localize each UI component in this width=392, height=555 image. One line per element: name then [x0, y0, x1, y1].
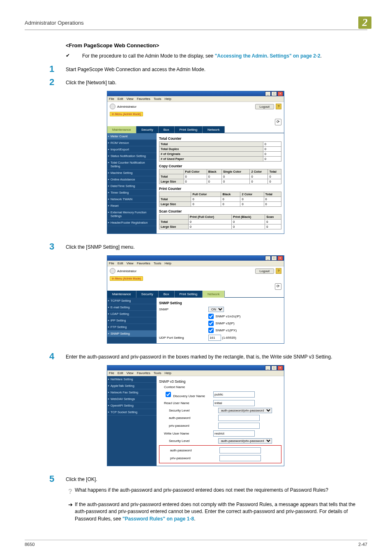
window-minimize-icon[interactable]: _ [265, 256, 271, 261]
tab-maintenance[interactable]: Maintenance [107, 291, 136, 298]
window-close-icon[interactable]: × [277, 365, 283, 370]
cb-label: SNMP v3(IP) [215, 321, 235, 325]
menu-favorites[interactable]: Favorites [137, 97, 150, 101]
auth-pw-label: auth-password [159, 416, 218, 420]
discovery-input[interactable] [213, 391, 255, 398]
step-text: Click the [Network] tab. [66, 78, 367, 86]
sidebar-item[interactable]: TCP Socket Setting [107, 409, 157, 416]
sidebar-item[interactable]: Date/Time Setting [107, 183, 157, 190]
sidebar-item[interactable]: Status Notification Setting [107, 153, 157, 160]
sidebar-item[interactable]: Meter Count [107, 133, 157, 140]
sidebar-item[interactable]: AppleTalk Setting [107, 383, 157, 389]
menu-file[interactable]: File [109, 261, 114, 265]
sidebar-item[interactable]: Total Counter Notification Setting [107, 160, 157, 170]
writeuser-input[interactable] [213, 430, 255, 437]
write-priv-pw-input[interactable] [219, 455, 261, 461]
tab-box[interactable]: Box [159, 291, 175, 298]
read-priv-pw-input[interactable] [218, 423, 260, 429]
window-close-icon[interactable]: × [277, 91, 283, 96]
menu-help[interactable]: Help [164, 261, 171, 265]
sidebar-item[interactable]: IPP Setting [107, 317, 157, 324]
menu-view[interactable]: View [127, 371, 134, 375]
menu-tools[interactable]: Tools [154, 371, 161, 375]
sidebar-item[interactable]: E-mail Setting [107, 304, 157, 311]
admin-label: Administrator [117, 269, 136, 273]
qa-answer-link[interactable]: "Password Rules" on page 1-8 [122, 516, 194, 522]
menu-tools[interactable]: Tools [154, 261, 161, 265]
tab-print[interactable]: Print Setting [175, 126, 203, 133]
window-close-icon[interactable]: × [277, 256, 283, 261]
help-icon[interactable]: ? [276, 104, 281, 109]
help-icon[interactable]: ? [276, 268, 281, 274]
sidebar-item[interactable]: External Memory Function Settings [107, 209, 157, 220]
tab-maintenance[interactable]: Maintenance [107, 126, 136, 133]
write-auth-pw-input[interactable] [219, 447, 261, 453]
seclevel-select[interactable]: auth-password/priv-password [218, 408, 272, 413]
readuser-input[interactable] [213, 400, 255, 406]
menu-help[interactable]: Help [164, 371, 171, 375]
page-footer: 8650 2-47 [25, 540, 367, 547]
qa-answer-after: . [194, 516, 195, 522]
snmp-v1v2c-checkbox[interactable] [208, 314, 214, 319]
step-5: 5 Click the [OK]. ? What happens if the … [49, 474, 367, 527]
menu-view[interactable]: View [127, 97, 134, 101]
udp-port-input[interactable] [208, 335, 221, 341]
logout-button[interactable]: Logout [255, 268, 274, 274]
seclevel-select-2[interactable]: auth-password/priv-password [218, 438, 272, 444]
menu-file[interactable]: File [109, 371, 114, 375]
sidebar-item[interactable]: Network Fax Setting [107, 389, 157, 396]
subheading: <From PageScope Web Connection> [66, 42, 367, 49]
snmp-select[interactable]: ON [208, 307, 224, 312]
tab-security[interactable]: Security [136, 291, 159, 298]
write-auth-pw-label: auth-password [160, 449, 219, 452]
refresh-icon[interactable]: ⟳ [275, 119, 281, 125]
sidebar-item[interactable]: Reset [107, 203, 157, 209]
menu-edit[interactable]: Edit [118, 371, 123, 375]
sidebar-item[interactable]: Timer Setting [107, 190, 157, 196]
snmp-v3-checkbox[interactable] [208, 321, 214, 326]
tab-network[interactable]: Network [203, 126, 225, 133]
print-counter-table: Full ColorBlack2 ColorTotal Total0000 La… [159, 192, 281, 207]
menu-tools[interactable]: Tools [154, 97, 161, 101]
cb-label: SNMP v1/v2c(IP) [215, 314, 240, 318]
sidebar-item[interactable]: NetWare Setting [107, 376, 157, 383]
menu-favorites[interactable]: Favorites [137, 371, 150, 375]
refresh-icon[interactable]: ⟳ [275, 283, 281, 290]
menu-favorites[interactable]: Favorites [137, 261, 150, 265]
sidebar-item[interactable]: Import/Export [107, 146, 157, 153]
sidebar-item[interactable]: FTP Setting [107, 324, 157, 331]
question-icon: ? [66, 487, 75, 496]
window-maximize-icon[interactable]: □ [271, 365, 277, 370]
read-auth-pw-input[interactable] [218, 415, 260, 421]
window-minimize-icon[interactable]: _ [265, 91, 271, 96]
window-minimize-icon[interactable]: _ [265, 365, 271, 370]
sidebar-item[interactable]: WebDAV Settings [107, 396, 157, 402]
sidebar-item-snmp[interactable]: SNMP Setting [107, 331, 157, 337]
logout-button[interactable]: Logout [255, 104, 274, 109]
menu-edit[interactable]: Edit [118, 261, 123, 265]
menu-help[interactable]: Help [164, 97, 171, 101]
menu-edit[interactable]: Edit [118, 97, 123, 101]
intro-link[interactable]: "Accessing the Admin. Settings" on page … [215, 53, 321, 59]
tab-print[interactable]: Print Setting [175, 291, 203, 298]
menu-view[interactable]: View [127, 261, 134, 265]
sidebar-item[interactable]: Machine Setting [107, 170, 157, 176]
sidebar-item[interactable]: Online Assistance [107, 176, 157, 183]
window-maximize-icon[interactable]: □ [271, 256, 277, 261]
menu-file[interactable]: File [109, 97, 114, 101]
tab-network[interactable]: Network [203, 291, 225, 298]
tab-box[interactable]: Box [159, 126, 175, 133]
discovery-checkbox[interactable] [166, 392, 171, 397]
tabbar: Maintenance Security Box Print Setting N… [107, 291, 284, 298]
sidebar-item[interactable]: Header/Footer Registration [107, 220, 157, 226]
footer-left: 8650 [25, 542, 35, 547]
window-maximize-icon[interactable]: □ [271, 91, 277, 96]
snmp-v1ipx-checkbox[interactable] [208, 328, 214, 333]
tab-security[interactable]: Security [136, 126, 159, 133]
sidebar-item[interactable]: ROM Version [107, 140, 157, 146]
sidebar-item[interactable]: Network TWAIN [107, 196, 157, 203]
sidebar-item[interactable]: TCP/IP Setting [107, 298, 157, 304]
sidebar-item[interactable]: OpenAPI Setting [107, 402, 157, 409]
readuser-label: Read User Name [159, 401, 213, 405]
sidebar-item[interactable]: LDAP Setting [107, 311, 157, 317]
